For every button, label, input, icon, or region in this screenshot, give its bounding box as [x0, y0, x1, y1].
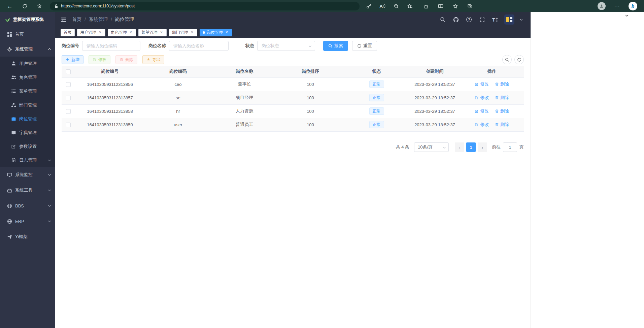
row-checkbox[interactable] — [66, 123, 71, 127]
sidebar-item-system-monitor[interactable]: 系统监控 — [0, 167, 55, 183]
delete-row-button[interactable]: 删除 — [495, 108, 509, 114]
goto-input[interactable] — [503, 142, 517, 152]
row-checkbox[interactable] — [66, 96, 71, 100]
edit-row-button[interactable]: 修改 — [475, 81, 489, 87]
reset-button[interactable]: 重置 — [352, 41, 377, 51]
app-logo[interactable]: 意框架管理系统 — [0, 12, 55, 27]
status-select[interactable]: 岗位状态 — [257, 41, 315, 51]
status-badge: 正常 — [369, 80, 384, 88]
copilot-icon[interactable]: b — [629, 2, 637, 10]
sidebar-item-dict-management[interactable]: 字典管理 — [0, 126, 55, 139]
favorites-icon[interactable] — [451, 2, 460, 10]
table-row: 1641030593112313857 se 项目经理 100 正常 2023-… — [62, 91, 524, 104]
list-icon — [11, 89, 16, 94]
sidebar-item-home[interactable]: 首页 — [0, 27, 55, 42]
profile-avatar[interactable] — [598, 2, 606, 10]
sidebar-item-bbs[interactable]: BBS — [0, 198, 55, 214]
browser-home-button[interactable] — [35, 2, 44, 10]
favorite-add-icon[interactable] — [406, 2, 414, 10]
cell-post-name: 董事长 — [211, 77, 277, 91]
delete-row-button[interactable]: 删除 — [495, 95, 509, 101]
close-icon[interactable]: × — [190, 30, 194, 35]
github-icon[interactable] — [452, 15, 460, 24]
monitor-icon — [7, 172, 12, 177]
post-name-input[interactable] — [169, 41, 229, 51]
prev-page-button[interactable]: ‹ — [455, 142, 464, 152]
posts-table: 岗位编号 岗位编码 岗位名称 岗位排序 状态 创建时间 操作 164103059… — [62, 66, 524, 132]
close-icon[interactable]: × — [225, 30, 229, 35]
trash-icon — [495, 123, 499, 127]
extensions-icon[interactable] — [422, 2, 431, 10]
edit-row-button[interactable]: 修改 — [475, 108, 489, 114]
tab-role-management[interactable]: 角色管理 × — [108, 29, 136, 36]
zoom-icon[interactable] — [392, 2, 401, 10]
checkbox-cell — [62, 77, 75, 91]
avatar-caret-icon[interactable] — [519, 18, 523, 22]
tab-post-management[interactable]: 岗位管理 × — [200, 29, 232, 36]
breadcrumb-item-home[interactable]: 首页 — [72, 17, 81, 23]
header-search-icon[interactable] — [439, 15, 447, 24]
browser-chrome: ← https://ccnetcore.com:1101/system/post… — [0, 0, 644, 12]
refresh-table-button[interactable] — [514, 55, 524, 64]
close-icon[interactable]: × — [159, 30, 164, 35]
sidebar-item-system-management[interactable]: 系统管理 — [0, 42, 55, 57]
trash-icon — [495, 82, 499, 86]
sidebar-item-yi-framework[interactable]: Yi框架 — [0, 229, 55, 244]
help-icon[interactable]: ? — [465, 15, 473, 24]
post-code-input[interactable] — [82, 41, 140, 51]
edit-button[interactable]: 修改 — [89, 55, 110, 64]
page-size-select[interactable]: 10条/页 — [414, 142, 449, 152]
sidebar-item-log-management[interactable]: 日志管理 — [0, 153, 55, 167]
delete-button[interactable]: 删除 — [115, 55, 137, 64]
row-checkbox[interactable] — [66, 109, 71, 114]
sidebar-item-erp[interactable]: ERP — [0, 214, 55, 229]
browser-back-button[interactable]: ← — [5, 2, 14, 10]
browser-refresh-button[interactable] — [20, 2, 29, 10]
post-code-label: 岗位编号 — [62, 43, 79, 49]
edge-sidebar-caret-icon[interactable] — [624, 13, 629, 18]
font-size-icon[interactable]: T — [491, 15, 499, 24]
tab-user-management[interactable]: 用户管理 × — [77, 29, 105, 36]
sidebar-item-post-management[interactable]: 岗位管理 — [0, 112, 55, 126]
show-search-button[interactable] — [502, 55, 512, 64]
cell-post-code: user — [145, 118, 211, 131]
delete-row-button[interactable]: 删除 — [495, 122, 509, 128]
edit-row-button[interactable]: 修改 — [475, 95, 489, 101]
close-icon[interactable]: × — [98, 30, 102, 35]
search-button[interactable]: 搜索 — [323, 41, 348, 51]
export-button[interactable]: 导出 — [142, 55, 164, 64]
next-page-button[interactable]: › — [478, 142, 487, 152]
read-aloud-icon[interactable]: A — [378, 2, 387, 10]
key-icon[interactable] — [364, 2, 373, 10]
tab-dept-management[interactable]: 部门管理 × — [169, 29, 197, 36]
sidebar-item-user-management[interactable]: 用户管理 — [0, 57, 55, 70]
delete-row-button[interactable]: 删除 — [495, 81, 509, 87]
sidebar-item-param-settings[interactable]: 参数设置 — [0, 139, 55, 153]
sidebar-item-menu-management[interactable]: 菜单管理 — [0, 84, 55, 98]
sidebar-item-label: 首页 — [15, 31, 24, 37]
tab-menu-management[interactable]: 菜单管理 × — [138, 29, 167, 36]
user-avatar[interactable] — [504, 14, 514, 25]
row-checkbox[interactable] — [66, 82, 71, 87]
page-1-button[interactable]: 1 — [466, 142, 476, 152]
edit-row-button[interactable]: 修改 — [475, 122, 489, 128]
cell-actions: 修改 删除 — [460, 104, 524, 118]
sidebar-toggle-button[interactable] — [61, 17, 67, 22]
close-icon[interactable]: × — [129, 30, 133, 35]
post-name-label: 岗位名称 — [148, 43, 166, 49]
select-all-checkbox[interactable] — [66, 69, 71, 74]
split-screen-icon[interactable] — [436, 2, 445, 10]
add-button[interactable]: 新增 — [62, 55, 83, 64]
cell-post-id: 1641030593112313859 — [75, 118, 145, 131]
sidebar-item-role-management[interactable]: 角色管理 — [0, 70, 55, 84]
active-tab-dot — [203, 31, 205, 34]
address-bar[interactable]: https://ccnetcore.com:1101/system/post — [50, 2, 360, 10]
browser-menu-icon[interactable]: ⋯ — [613, 2, 621, 10]
search-form: 岗位编号 岗位名称 状态 岗位状态 搜索 重置 — [62, 40, 377, 51]
fullscreen-icon[interactable] — [478, 15, 486, 24]
breadcrumb-item-system[interactable]: 系统管理 — [89, 17, 108, 23]
sidebar-item-dept-management[interactable]: 部门管理 — [0, 98, 55, 112]
tab-home[interactable]: 首页 — [61, 29, 75, 36]
collections-icon[interactable] — [465, 2, 474, 10]
sidebar-item-system-tools[interactable]: 系统工具 — [0, 183, 55, 198]
